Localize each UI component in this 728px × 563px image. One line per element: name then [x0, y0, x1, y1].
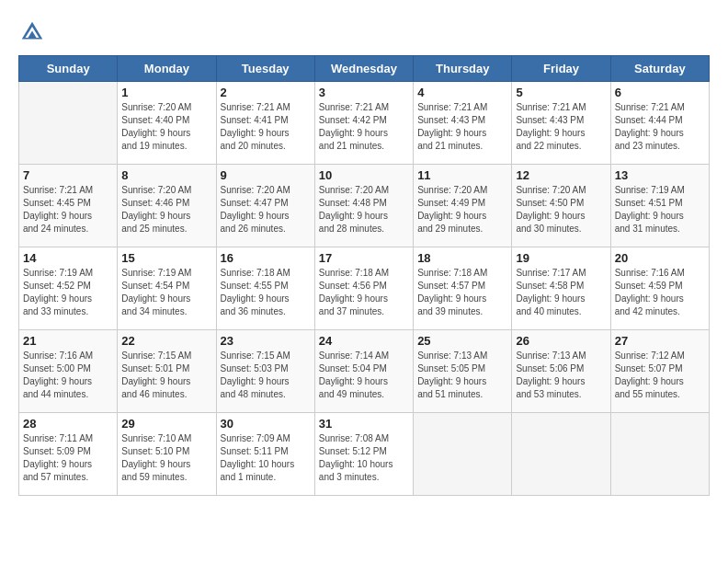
calendar-cell: 29Sunrise: 7:10 AM Sunset: 5:10 PM Dayli…: [118, 413, 216, 496]
header-cell-tuesday: Tuesday: [216, 56, 314, 82]
day-info: Sunrise: 7:19 AM Sunset: 4:54 PM Dayligh…: [121, 267, 211, 318]
day-info: Sunrise: 7:20 AM Sunset: 4:47 PM Dayligh…: [221, 184, 311, 236]
header-cell-sunday: Sunday: [19, 56, 118, 82]
calendar-cell: 15Sunrise: 7:19 AM Sunset: 4:54 PM Dayli…: [118, 247, 216, 330]
calendar-cell: 31Sunrise: 7:08 AM Sunset: 5:12 PM Dayli…: [314, 413, 413, 496]
calendar-cell: 26Sunrise: 7:13 AM Sunset: 5:06 PM Dayli…: [512, 330, 610, 413]
header-cell-wednesday: Wednesday: [314, 56, 413, 82]
calendar-cell: 10Sunrise: 7:20 AM Sunset: 4:48 PM Dayli…: [314, 165, 413, 247]
calendar-cell: 3Sunrise: 7:21 AM Sunset: 4:42 PM Daylig…: [314, 82, 413, 165]
day-info: Sunrise: 7:20 AM Sunset: 4:46 PM Dayligh…: [121, 184, 211, 236]
calendar-cell: 12Sunrise: 7:20 AM Sunset: 4:50 PM Dayli…: [512, 165, 610, 247]
day-info: Sunrise: 7:14 AM Sunset: 5:04 PM Dayligh…: [319, 350, 409, 401]
day-info: Sunrise: 7:21 AM Sunset: 4:45 PM Dayligh…: [23, 184, 113, 236]
day-number: 31: [319, 417, 409, 431]
calendar-cell: 13Sunrise: 7:19 AM Sunset: 4:51 PM Dayli…: [610, 165, 709, 247]
day-info: Sunrise: 7:17 AM Sunset: 4:58 PM Dayligh…: [516, 267, 606, 318]
day-number: 23: [221, 334, 311, 348]
day-info: Sunrise: 7:09 AM Sunset: 5:11 PM Dayligh…: [221, 432, 311, 484]
calendar-cell: 7Sunrise: 7:21 AM Sunset: 4:45 PM Daylig…: [19, 165, 118, 247]
calendar-cell: 23Sunrise: 7:15 AM Sunset: 5:03 PM Dayli…: [216, 330, 314, 413]
calendar-header-row: SundayMondayTuesdayWednesdayThursdayFrid…: [19, 56, 710, 82]
day-info: Sunrise: 7:21 AM Sunset: 4:43 PM Dayligh…: [417, 101, 507, 153]
day-number: 24: [319, 334, 409, 348]
day-info: Sunrise: 7:16 AM Sunset: 5:00 PM Dayligh…: [23, 350, 113, 401]
day-number: 13: [615, 168, 705, 182]
day-number: 12: [516, 168, 606, 182]
calendar-cell: 4Sunrise: 7:21 AM Sunset: 4:43 PM Daylig…: [414, 82, 512, 165]
day-number: 18: [417, 251, 507, 265]
calendar-cell: 14Sunrise: 7:19 AM Sunset: 4:52 PM Dayli…: [19, 247, 118, 330]
day-info: Sunrise: 7:18 AM Sunset: 4:55 PM Dayligh…: [221, 267, 311, 318]
day-info: Sunrise: 7:20 AM Sunset: 4:48 PM Dayligh…: [319, 184, 409, 236]
day-number: 29: [121, 417, 211, 431]
day-info: Sunrise: 7:21 AM Sunset: 4:44 PM Dayligh…: [615, 101, 705, 153]
calendar-cell: 8Sunrise: 7:20 AM Sunset: 4:46 PM Daylig…: [118, 165, 216, 247]
calendar-week-4: 21Sunrise: 7:16 AM Sunset: 5:00 PM Dayli…: [19, 330, 710, 413]
day-number: 22: [121, 334, 211, 348]
day-number: 3: [319, 86, 409, 99]
calendar-cell: 18Sunrise: 7:18 AM Sunset: 4:57 PM Dayli…: [414, 247, 512, 330]
day-info: Sunrise: 7:18 AM Sunset: 4:56 PM Dayligh…: [319, 267, 409, 318]
day-number: 9: [221, 168, 311, 182]
day-info: Sunrise: 7:19 AM Sunset: 4:51 PM Dayligh…: [615, 184, 705, 236]
header-cell-thursday: Thursday: [414, 56, 512, 82]
day-info: Sunrise: 7:20 AM Sunset: 4:49 PM Dayligh…: [417, 184, 507, 236]
day-info: Sunrise: 7:13 AM Sunset: 5:05 PM Dayligh…: [417, 350, 507, 401]
day-number: 15: [121, 251, 211, 265]
calendar-cell: [414, 413, 512, 496]
day-info: Sunrise: 7:13 AM Sunset: 5:06 PM Dayligh…: [516, 350, 606, 401]
calendar-cell: 17Sunrise: 7:18 AM Sunset: 4:56 PM Dayli…: [314, 247, 413, 330]
day-number: 25: [417, 334, 507, 348]
calendar-cell: [512, 413, 610, 496]
day-info: Sunrise: 7:20 AM Sunset: 4:50 PM Dayligh…: [516, 184, 606, 236]
day-info: Sunrise: 7:18 AM Sunset: 4:57 PM Dayligh…: [417, 267, 507, 318]
day-info: Sunrise: 7:10 AM Sunset: 5:10 PM Dayligh…: [121, 432, 211, 484]
header-cell-saturday: Saturday: [610, 56, 709, 82]
day-info: Sunrise: 7:12 AM Sunset: 5:07 PM Dayligh…: [615, 350, 705, 401]
day-number: 21: [23, 334, 113, 348]
calendar-table: SundayMondayTuesdayWednesdayThursdayFrid…: [18, 55, 710, 496]
day-number: 10: [319, 168, 409, 182]
day-number: 17: [319, 251, 409, 265]
day-info: Sunrise: 7:21 AM Sunset: 4:43 PM Dayligh…: [516, 101, 606, 153]
day-number: 19: [516, 251, 606, 265]
logo-icon: [18, 18, 46, 46]
calendar-cell: 2Sunrise: 7:21 AM Sunset: 4:41 PM Daylig…: [216, 82, 314, 165]
day-number: 16: [221, 251, 311, 265]
calendar-cell: [610, 413, 709, 496]
day-info: Sunrise: 7:08 AM Sunset: 5:12 PM Dayligh…: [319, 432, 409, 484]
calendar-cell: 21Sunrise: 7:16 AM Sunset: 5:00 PM Dayli…: [19, 330, 118, 413]
day-number: 11: [417, 168, 507, 182]
day-info: Sunrise: 7:19 AM Sunset: 4:52 PM Dayligh…: [23, 267, 113, 318]
calendar-cell: 28Sunrise: 7:11 AM Sunset: 5:09 PM Dayli…: [19, 413, 118, 496]
calendar-cell: [19, 82, 118, 165]
day-info: Sunrise: 7:21 AM Sunset: 4:42 PM Dayligh…: [319, 101, 409, 153]
day-info: Sunrise: 7:15 AM Sunset: 5:03 PM Dayligh…: [221, 350, 311, 401]
day-number: 26: [516, 334, 606, 348]
day-number: 14: [23, 251, 113, 265]
calendar-cell: 1Sunrise: 7:20 AM Sunset: 4:40 PM Daylig…: [118, 82, 216, 165]
day-number: 2: [221, 86, 311, 99]
calendar-cell: 5Sunrise: 7:21 AM Sunset: 4:43 PM Daylig…: [512, 82, 610, 165]
day-info: Sunrise: 7:15 AM Sunset: 5:01 PM Dayligh…: [121, 350, 211, 401]
calendar-cell: 30Sunrise: 7:09 AM Sunset: 5:11 PM Dayli…: [216, 413, 314, 496]
day-number: 28: [23, 417, 113, 431]
calendar-cell: 19Sunrise: 7:17 AM Sunset: 4:58 PM Dayli…: [512, 247, 610, 330]
day-info: Sunrise: 7:20 AM Sunset: 4:40 PM Dayligh…: [121, 101, 211, 153]
calendar-cell: 11Sunrise: 7:20 AM Sunset: 4:49 PM Dayli…: [414, 165, 512, 247]
calendar-cell: 24Sunrise: 7:14 AM Sunset: 5:04 PM Dayli…: [314, 330, 413, 413]
calendar-cell: 22Sunrise: 7:15 AM Sunset: 5:01 PM Dayli…: [118, 330, 216, 413]
day-number: 7: [23, 168, 113, 182]
calendar-cell: 20Sunrise: 7:16 AM Sunset: 4:59 PM Dayli…: [610, 247, 709, 330]
day-number: 30: [221, 417, 311, 431]
calendar-cell: 16Sunrise: 7:18 AM Sunset: 4:55 PM Dayli…: [216, 247, 314, 330]
calendar-week-2: 7Sunrise: 7:21 AM Sunset: 4:45 PM Daylig…: [19, 165, 710, 247]
calendar-cell: 9Sunrise: 7:20 AM Sunset: 4:47 PM Daylig…: [216, 165, 314, 247]
calendar-cell: 27Sunrise: 7:12 AM Sunset: 5:07 PM Dayli…: [610, 330, 709, 413]
day-info: Sunrise: 7:21 AM Sunset: 4:41 PM Dayligh…: [221, 101, 311, 153]
calendar-week-1: 1Sunrise: 7:20 AM Sunset: 4:40 PM Daylig…: [19, 82, 710, 165]
day-number: 5: [516, 86, 606, 99]
day-number: 20: [615, 251, 705, 265]
day-number: 8: [121, 168, 211, 182]
